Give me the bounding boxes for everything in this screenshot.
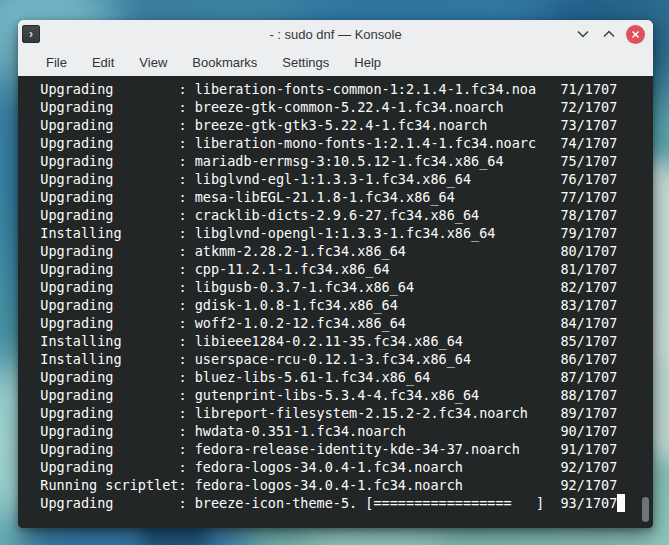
terminal-line: Upgrading : breeze-icon-theme-5. [======… [24,494,653,512]
terminal-line: Installing : libieee1284-0.2.11-35.fc34.… [24,332,653,350]
close-icon [631,25,640,43]
window-title: - : sudo dnf — Konsole [18,27,653,42]
menu-item-file[interactable]: File [43,53,70,72]
terminal-line: Upgrading : cracklib-dicts-2.9.6-27.fc34… [24,206,653,224]
terminal-line: Upgrading : liberation-mono-fonts-1:2.1.… [24,134,653,152]
close-button[interactable] [626,25,645,44]
konsole-icon[interactable]: › [22,25,40,43]
terminal-line: Upgrading : mesa-libEGL-21.1.8-1.fc34.x8… [24,188,653,206]
menu-item-edit[interactable]: Edit [89,53,117,72]
scrollbar-handle[interactable] [642,497,649,522]
terminal-body: Upgrading : liberation-fonts-common-1:2.… [24,80,653,512]
terminal-line: Upgrading : gutenprint-libs-5.3.4-4.fc34… [24,386,653,404]
terminal-line: Upgrading : fedora-logos-34.0.4-1.fc34.n… [24,458,653,476]
terminal-line: Upgrading : mariadb-errmsg-3:10.5.12-1.f… [24,152,653,170]
window-titlebar[interactable]: › - : sudo dnf — Konsole [18,20,653,48]
konsole-window: › - : sudo dnf — Konsole [18,20,653,528]
terminal-line: Upgrading : breeze-gtk-common-5.22.4-1.f… [24,98,653,116]
terminal-viewport[interactable]: Upgrading : liberation-fonts-common-1:2.… [18,76,653,528]
terminal-cursor [617,494,625,512]
menu-item-bookmarks[interactable]: Bookmarks [189,53,260,72]
terminal-line: Upgrading : fedora-release-identity-kde-… [24,440,653,458]
terminal-line: Installing : userspace-rcu-0.12.1-3.fc34… [24,350,653,368]
menu-item-help[interactable]: Help [351,53,384,72]
terminal-line: Upgrading : libreport-filesystem-2.15.2-… [24,404,653,422]
terminal-line: Upgrading : bluez-libs-5.61-1.fc34.x86_6… [24,368,653,386]
chevron-up-icon [603,30,615,38]
terminal-line: Upgrading : libgusb-0.3.7-1.fc34.x86_64 … [24,278,653,296]
terminal-line: Running scriptlet: fedora-logos-34.0.4-1… [24,476,653,494]
terminal-line: Upgrading : libglvnd-egl-1:1.3.3-1.fc34.… [24,170,653,188]
terminal-line: Upgrading : liberation-fonts-common-1:2.… [24,80,653,98]
menu-bar: FileEditViewBookmarksSettingsHelp [18,48,653,76]
chevron-down-icon [577,30,589,38]
terminal-line: Upgrading : atkmm-2.28.2-1.fc34.x86_64 8… [24,242,653,260]
minimize-button[interactable] [574,25,592,43]
window-controls [574,20,645,48]
menu-item-settings[interactable]: Settings [279,53,332,72]
menu-item-view[interactable]: View [136,53,170,72]
terminal-line: Upgrading : woff2-1.0.2-12.fc34.x86_64 8… [24,314,653,332]
terminal-line: Upgrading : hwdata-0.351-1.fc34.noarch 9… [24,422,653,440]
maximize-button[interactable] [600,25,618,43]
terminal-line: Upgrading : cpp-11.2.1-1.fc34.x86_64 81/… [24,260,653,278]
terminal-line: Upgrading : breeze-gtk-gtk3-5.22.4-1.fc3… [24,116,653,134]
terminal-line: Installing : libglvnd-opengl-1:1.3.3-1.f… [24,224,653,242]
terminal-line: Upgrading : gdisk-1.0.8-1.fc34.x86_64 83… [24,296,653,314]
